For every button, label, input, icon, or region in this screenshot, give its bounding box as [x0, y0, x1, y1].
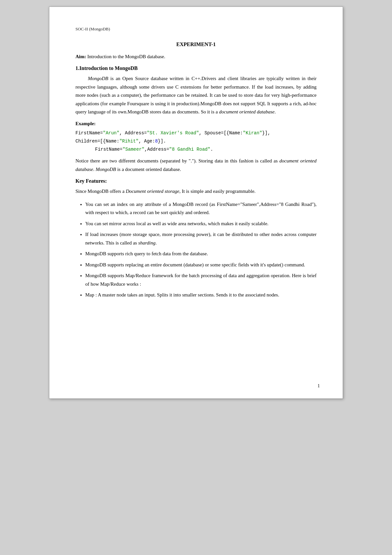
code-line1-st: "St. Xavier's Road": [147, 130, 199, 136]
aim-label: Aim:: [75, 54, 86, 59]
page: SOC-II (MongoDB) EXPERIMENT-1 Aim: Intro…: [49, 7, 343, 399]
intro-italic2: document oriented database: [219, 109, 275, 114]
code-line1-part3: , Spouse=[{Name:: [199, 130, 243, 136]
code-line1-part2: , Address=: [119, 130, 147, 136]
code-line3-part1: FirstName=: [95, 147, 122, 152]
code-line3: FirstName="Sameer",Address="8 Gandhi Roa…: [75, 145, 317, 154]
code-line1-arun: "Arun": [103, 130, 119, 136]
code-line2-rihit: "Rihit": [119, 139, 139, 144]
code-line3-part2: ,Address=: [144, 147, 169, 152]
aim-line: Aim: Introduction to the MongoDB databas…: [75, 54, 317, 59]
code-line2: Children=[{Name:"Rihit", Age:8}].: [75, 137, 317, 145]
list-item: MongoDB supports Map/Reduce framework fo…: [85, 272, 317, 288]
experiment-title: EXPERIMENT-1: [75, 42, 317, 47]
notice-italic2: MongoDB: [96, 167, 116, 172]
code-line1-kiran: "Kiran": [243, 130, 262, 136]
list-item: MongoDB supports rich query to fetch dat…: [85, 250, 317, 258]
code-line1-part1: FirstName=: [75, 130, 103, 136]
list-item: MongoDB supports replacing an entire doc…: [85, 261, 317, 269]
header-text: SOC-II (MongoDB): [75, 26, 110, 31]
code-line1: FirstName="Arun", Address="St. Xavier's …: [75, 129, 317, 137]
list-item: If load increases (more storage space, m…: [85, 230, 317, 247]
code-line2-part2: , Age:: [139, 139, 155, 144]
list-item: You can set an index on any attribute of…: [85, 200, 317, 217]
code-line3-part3: .: [210, 147, 213, 152]
code-line3-sameer: "Sameer": [122, 147, 144, 152]
code-line3-addr: "8 Gandhi Road": [169, 147, 210, 152]
code-line2-part1: Children=[{Name:: [75, 139, 119, 144]
intro-body: is an Open Source database written in C+…: [75, 76, 317, 114]
example-label: Example:: [75, 121, 317, 126]
list-item: Map : A master node takes an input. Spli…: [85, 291, 317, 299]
code-line2-part3: }].: [158, 139, 166, 144]
intro-heading: 1.Introduction to MongoDB: [75, 65, 317, 71]
intro-paragraph: MongoDB is an Open Source database writt…: [75, 75, 317, 116]
aim-text: Introduction to the MongoDB database.: [86, 54, 165, 59]
key-features-intro: Since MongoDB offers a Document oriented…: [75, 187, 317, 196]
notice-text: Notice there are two different documents…: [75, 157, 317, 174]
code-line2-age: 8: [155, 139, 158, 144]
bullet-list: You can set an index on any attribute of…: [85, 200, 317, 299]
code-block: FirstName="Arun", Address="St. Xavier's …: [75, 129, 317, 154]
intro-italic1: MongoDB: [88, 76, 108, 81]
key-features-italic: Document oriented storage: [126, 189, 179, 194]
list-item: You can set mirror across local as well …: [85, 220, 317, 228]
key-features-heading: Key Features:: [75, 178, 317, 184]
page-number: 1: [318, 383, 320, 389]
code-line1-part4: }],: [262, 130, 270, 136]
page-header: SOC-II (MongoDB): [75, 26, 317, 32]
